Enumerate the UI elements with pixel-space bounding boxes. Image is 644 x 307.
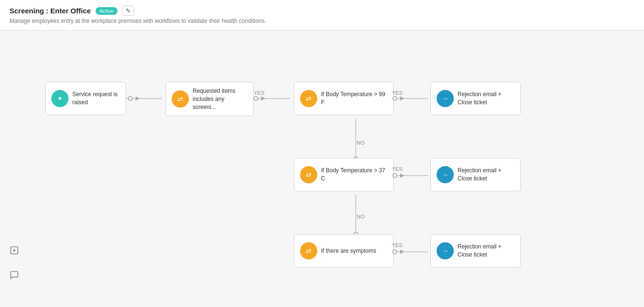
- workflow-canvas: ✦ Service request is raised ▶ ⇄ Requeste…: [0, 30, 644, 307]
- connector-dot-2: [254, 96, 258, 101]
- node-action2[interactable]: → Rejection email + Close ticket: [430, 158, 521, 191]
- svg-marker-8: [13, 249, 16, 252]
- node-action3-label: Rejection email + Close ticket: [458, 243, 515, 259]
- node-filter1[interactable]: ⇄ Requested items includes any screeni..…: [166, 82, 254, 116]
- chat-icon-button[interactable]: [7, 267, 22, 283]
- node-cond2[interactable]: ⇄ If Body Temperature > 37 C: [294, 158, 394, 191]
- node-cond2-icon: ⇄: [300, 166, 317, 183]
- node-action2-icon: →: [437, 166, 454, 183]
- arrow-5: ▶: [400, 248, 404, 255]
- node-filter1-label: Requested items includes any screeni...: [193, 87, 247, 111]
- node-start-icon: ✦: [51, 90, 68, 107]
- status-badge: Active: [96, 7, 117, 15]
- connector-dot-7: [392, 249, 397, 254]
- header: Screening : Enter Office Active ✎ Manage…: [0, 0, 644, 30]
- node-action1[interactable]: → Rejection email + Close ticket: [430, 82, 521, 115]
- node-action1-icon: →: [437, 90, 454, 107]
- node-start[interactable]: ✦ Service request is raised: [45, 82, 126, 115]
- node-cond3-label: If there are symptoms: [321, 247, 376, 255]
- node-action3[interactable]: → Rejection email + Close ticket: [430, 234, 521, 267]
- connector-dot-3: [392, 96, 397, 101]
- node-cond1[interactable]: ⇄ If Body Temperature > 99 F: [294, 82, 394, 115]
- node-action3-icon: →: [437, 242, 454, 259]
- page-subtitle: Manage employees entry at the workplace …: [10, 18, 634, 24]
- connector-dot-1: [128, 96, 133, 101]
- node-cond1-label: If Body Temperature > 99 F: [321, 90, 388, 107]
- edit-button[interactable]: ✎: [122, 6, 134, 16]
- node-cond1-icon: ⇄: [300, 90, 317, 107]
- arrow-1: ▶: [136, 95, 140, 101]
- connector-dot-5: [392, 173, 397, 178]
- arrow-4: ▶: [400, 172, 404, 178]
- arrow-3: ▶: [400, 95, 404, 101]
- label-no1: NO: [357, 140, 365, 146]
- node-start-label: Service request is raised: [72, 90, 120, 107]
- node-action1-label: Rejection email + Close ticket: [458, 90, 515, 107]
- arrow-2: ▶: [261, 95, 265, 101]
- node-cond3[interactable]: ⇄ If there are symptoms: [294, 234, 394, 267]
- node-cond2-label: If Body Temperature > 37 C: [321, 167, 388, 183]
- label-yes4: YES: [392, 242, 402, 248]
- sidebar-icons: [7, 243, 22, 283]
- label-no2: NO: [357, 214, 365, 219]
- node-filter1-icon: ⇄: [172, 90, 189, 108]
- label-yes3: YES: [392, 166, 402, 172]
- page-title: Screening : Enter Office: [10, 7, 91, 15]
- node-cond3-icon: ⇄: [300, 242, 317, 259]
- node-action2-label: Rejection email + Close ticket: [458, 167, 515, 183]
- play-icon-button[interactable]: [7, 243, 22, 258]
